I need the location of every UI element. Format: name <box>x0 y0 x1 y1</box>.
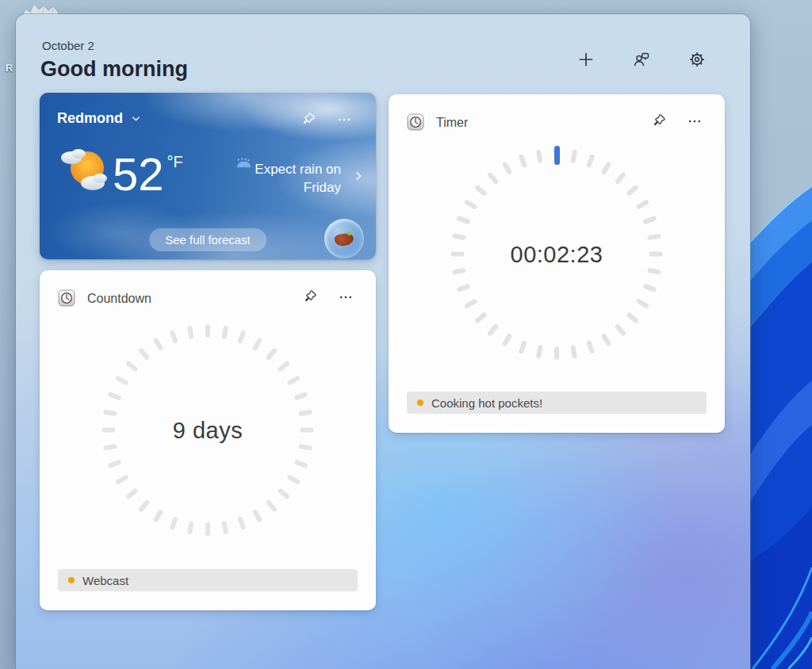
timer-remaining-time: 00:02:23 <box>389 242 725 268</box>
countdown-widget: Countdown 9 days Webcast <box>40 270 376 610</box>
gear-icon <box>688 50 707 69</box>
current-temperature: 52 °F <box>113 151 183 197</box>
pin-widget-button[interactable] <box>301 289 317 305</box>
status-dot <box>417 399 423 406</box>
widgets-panel: October 2 Good morning <box>16 14 750 669</box>
weather-alert-link[interactable] <box>352 170 365 182</box>
partly-sunny-icon <box>58 143 110 196</box>
plus-icon <box>576 50 596 69</box>
temperature-value: 52 <box>113 151 164 197</box>
pin-icon <box>300 112 316 128</box>
clock-app-icon <box>58 289 75 307</box>
more-options-button[interactable] <box>338 289 354 305</box>
recycle-bin-label: R <box>6 62 13 74</box>
ellipsis-icon <box>338 289 354 305</box>
panel-date: October 2 <box>42 39 94 52</box>
status-dot <box>68 577 75 583</box>
countdown-status-chip[interactable]: Webcast <box>58 569 358 591</box>
pin-widget-button[interactable] <box>650 113 666 129</box>
weather-alert-text: Expect rain on <box>255 162 341 177</box>
ellipsis-icon <box>687 113 703 129</box>
feedback-button[interactable] <box>631 49 652 70</box>
pin-icon <box>650 113 666 129</box>
weather-alert: Expect rain on Friday <box>230 160 341 197</box>
chevron-right-icon <box>352 170 365 182</box>
countdown-status-label: Webcast <box>82 574 128 587</box>
more-options-button[interactable] <box>336 112 352 128</box>
widget-title: Countdown <box>87 292 151 306</box>
settings-button[interactable] <box>687 49 707 70</box>
countdown-remaining-time: 9 days <box>40 418 376 444</box>
pin-widget-button[interactable] <box>300 112 316 128</box>
person-feedback-icon <box>632 50 651 69</box>
more-options-button[interactable] <box>687 113 703 129</box>
panel-toolbar <box>576 49 707 70</box>
ellipsis-icon <box>336 112 352 128</box>
widget-title: Timer <box>436 116 468 130</box>
chevron-down-icon <box>130 113 142 124</box>
weather-widget: Redmond <box>40 93 376 259</box>
acorn-icon <box>334 232 354 247</box>
timer-status-label: Cooking hot pockets! <box>431 396 542 410</box>
weather-location-dropdown[interactable]: Redmond <box>57 110 142 127</box>
see-full-forecast-button[interactable]: See full forecast <box>149 228 266 251</box>
temperature-unit: °F <box>167 153 183 197</box>
timer-widget: Timer 00:02:23 Cooking hot pockets! <box>389 94 725 433</box>
timer-status-chip[interactable]: Cooking hot pockets! <box>407 392 707 414</box>
weather-fun-bubble <box>324 219 364 258</box>
pin-icon <box>301 289 317 305</box>
panel-greeting: Good morning <box>40 57 188 82</box>
add-widget-button[interactable] <box>576 49 596 70</box>
weather-location: Redmond <box>57 110 123 127</box>
clock-app-icon <box>407 113 424 131</box>
weather-alert-day: Friday <box>304 180 341 195</box>
